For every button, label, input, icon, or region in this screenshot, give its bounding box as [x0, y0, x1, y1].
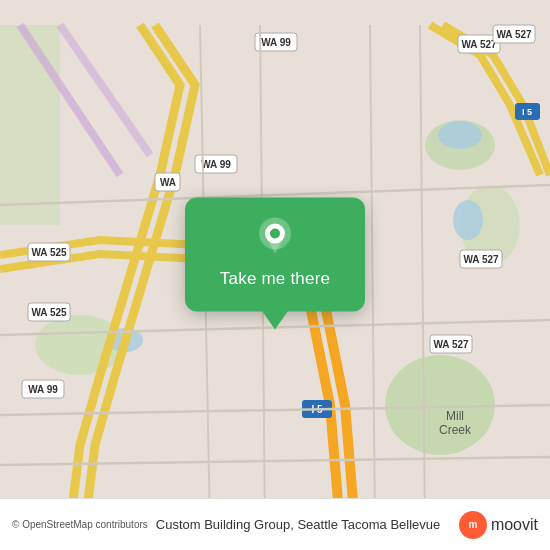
svg-text:I 5: I 5: [522, 107, 532, 117]
svg-rect-5: [0, 25, 60, 225]
take-me-there-button[interactable]: Take me there: [220, 269, 330, 289]
svg-point-47: [270, 228, 280, 238]
svg-text:Creek: Creek: [439, 423, 472, 437]
svg-text:WA 99: WA 99: [261, 37, 291, 48]
info-bar: © OpenStreetMap contributors Custom Buil…: [0, 498, 550, 550]
map-container: WA 99 WA 99 WA 99 WA 525 WA 525 WA 527 W…: [0, 0, 550, 550]
svg-text:WA 525: WA 525: [31, 247, 67, 258]
location-info: Custom Building Group, Seattle Tacoma Be…: [148, 517, 459, 532]
svg-text:WA 99: WA 99: [28, 384, 58, 395]
svg-text:WA 527: WA 527: [496, 29, 532, 40]
popup-card: Take me there: [185, 197, 365, 311]
map-attribution: © OpenStreetMap contributors: [12, 519, 148, 530]
svg-text:WA 99: WA 99: [201, 159, 231, 170]
svg-text:WA 527: WA 527: [463, 254, 499, 265]
svg-text:WA 527: WA 527: [461, 39, 497, 50]
svg-point-8: [453, 200, 483, 240]
moovit-logo: m moovit: [459, 511, 538, 539]
location-pin-icon: [253, 215, 297, 259]
svg-text:WA 527: WA 527: [433, 339, 469, 350]
svg-text:WA: WA: [160, 177, 176, 188]
moovit-icon: m: [459, 511, 487, 539]
svg-point-4: [385, 355, 495, 455]
svg-point-7: [438, 121, 482, 149]
moovit-brand-text: moovit: [491, 516, 538, 534]
svg-text:WA 525: WA 525: [31, 307, 67, 318]
svg-text:Mill: Mill: [446, 409, 464, 423]
